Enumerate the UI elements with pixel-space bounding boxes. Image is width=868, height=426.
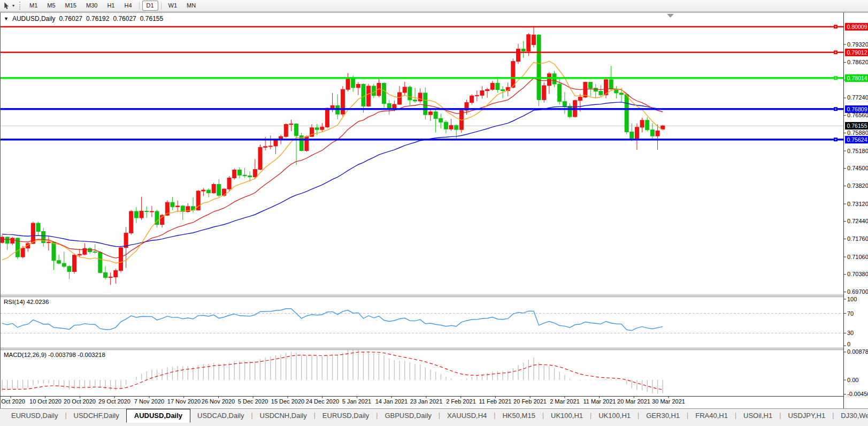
candle-bear bbox=[594, 88, 597, 92]
candle-bull bbox=[640, 120, 644, 127]
candle-bull bbox=[119, 248, 122, 271]
ohlc-low: 0.76027 bbox=[113, 15, 136, 22]
candle-bear bbox=[217, 185, 221, 196]
chart-shift-icon[interactable] bbox=[667, 14, 674, 18]
chart-tab-usdchf-daily[interactable]: USDCHF,Daily bbox=[67, 409, 126, 423]
candle-bull bbox=[150, 211, 153, 212]
candle-bear bbox=[589, 82, 593, 88]
candle-bear bbox=[67, 267, 71, 272]
candle-bear bbox=[537, 35, 541, 100]
ma-slow-line bbox=[2, 102, 663, 247]
candle-bull bbox=[656, 131, 659, 136]
date-axis-label: 5 Jan 2021 bbox=[342, 398, 371, 405]
date-axis-label: 15 Dec 2020 bbox=[271, 398, 304, 405]
price-axis-tick-label: 0.71060 bbox=[847, 254, 868, 260]
price-axis-tick-label: 0.71760 bbox=[847, 235, 868, 242]
candle-bear bbox=[295, 124, 298, 136]
price-axis-tick-label: 0.75880 bbox=[847, 130, 868, 136]
current-price-tag: 0.76155 bbox=[845, 122, 868, 130]
price-axis-tick-label: 0.70380 bbox=[847, 271, 868, 277]
rsi-line bbox=[2, 309, 663, 331]
candle-bull bbox=[527, 35, 531, 51]
chart-tab-eurusd-daily[interactable]: EURUSD,Daily bbox=[4, 409, 65, 423]
date-axis-label: 2 Feb 2021 bbox=[446, 398, 476, 405]
chart-tab-usdcnh-daily[interactable]: USDCNH,Daily bbox=[253, 409, 314, 423]
candle-bear bbox=[171, 202, 174, 207]
candle-bull bbox=[114, 271, 118, 277]
candle-bull bbox=[517, 49, 520, 62]
candle-bear bbox=[568, 106, 572, 117]
date-axis-label: 1 Oct 2020 bbox=[0, 398, 25, 405]
rsi-axis-tick-label: 30 bbox=[847, 330, 854, 336]
candle-bear bbox=[434, 112, 437, 118]
chart-tabs: EURUSD,Daily|USDCHF,DailyAUDUSD,DailyUSD… bbox=[4, 409, 868, 423]
candle-bull bbox=[320, 127, 324, 130]
price-chart[interactable] bbox=[0, 0, 868, 426]
candle-bull bbox=[268, 146, 272, 147]
line-handle-dot bbox=[835, 139, 836, 140]
date-axis-label: 23 Jan 2021 bbox=[410, 398, 443, 405]
price-axis-tick-label: 0.78620 bbox=[847, 59, 868, 65]
candle-bear bbox=[104, 272, 107, 277]
date-axis-label: 20 Feb 2021 bbox=[513, 398, 547, 405]
candles-layer bbox=[1, 27, 665, 285]
macd-axis-tick-label: 0.00 bbox=[847, 377, 858, 383]
macd-indicator-label: MACD(12,26,9) -0.003798 -0.003218 bbox=[4, 352, 105, 358]
candle-bull bbox=[449, 125, 453, 129]
chart-tab-eurusd-daily[interactable]: EURUSD,Daily bbox=[316, 409, 376, 423]
candle-bull bbox=[21, 248, 25, 257]
candle-bull bbox=[258, 147, 262, 169]
date-axis-label: 30 Mar 2021 bbox=[652, 398, 685, 405]
date-axis-label: 10 Oct 2020 bbox=[29, 398, 62, 405]
chart-tab-audusd-daily[interactable]: AUDUSD,Daily bbox=[126, 409, 190, 423]
chart-tab-fra40-h1[interactable]: FRA40,H1 bbox=[688, 409, 735, 423]
chart-tab-usdcad-daily[interactable]: USDCAD,Daily bbox=[190, 409, 251, 423]
rsi-axis-tick-label: 70 bbox=[847, 310, 854, 317]
candle-bull bbox=[331, 105, 334, 108]
candle-bull bbox=[403, 87, 406, 93]
candle-bull bbox=[222, 189, 226, 195]
ma-fast-line bbox=[2, 62, 663, 263]
chart-tab-xauusd-h4[interactable]: XAUUSD,H4 bbox=[440, 409, 494, 423]
candle-bear bbox=[455, 125, 458, 130]
date-axis-label: 11 Feb 2021 bbox=[479, 398, 512, 405]
chart-tab-usdjpy-h1[interactable]: USDJPY,H1 bbox=[781, 409, 832, 423]
chart-symbol: AUDUSD,Daily bbox=[12, 15, 56, 22]
price-axis-tick-label: 0.72440 bbox=[847, 218, 868, 224]
candle-bear bbox=[57, 261, 61, 263]
candle-bear bbox=[563, 102, 566, 107]
candle-bear bbox=[646, 120, 649, 130]
candle-bull bbox=[1, 237, 4, 242]
candle-bear bbox=[207, 190, 211, 193]
main-pane[interactable] bbox=[0, 27, 843, 285]
date-axis-label: 7 Nov 2020 bbox=[134, 398, 164, 405]
chart-tab-gbpusd-daily[interactable]: GBPUSD,Daily bbox=[378, 409, 438, 423]
candle-bear bbox=[98, 252, 102, 272]
candle-bull bbox=[129, 211, 133, 233]
price-axis-tick-label: 0.73120 bbox=[847, 201, 868, 207]
candle-bull bbox=[274, 140, 278, 146]
candle-bear bbox=[413, 100, 417, 101]
candle-bear bbox=[496, 83, 500, 90]
chart-tab-hk50-m15[interactable]: HK50,M15 bbox=[495, 409, 542, 423]
chart-tab-dj30-weekly[interactable]: DJ30,Weekly bbox=[834, 409, 868, 423]
ohlc-open: 0.76027 bbox=[59, 15, 82, 22]
candle-bull bbox=[428, 112, 432, 115]
chart-tab-usoil-h1[interactable]: USOil,H1 bbox=[736, 409, 779, 423]
candle-bear bbox=[424, 93, 427, 115]
chart-tab-ger30-h1[interactable]: GER30,H1 bbox=[639, 409, 687, 423]
candle-bear bbox=[444, 122, 448, 129]
candle-bull bbox=[233, 170, 236, 178]
candle-bear bbox=[36, 223, 40, 231]
candle-bull bbox=[212, 185, 216, 193]
candle-bull bbox=[264, 147, 267, 147]
candle-bull bbox=[289, 124, 293, 125]
price-axis-tick-label: 0.75180 bbox=[847, 148, 868, 154]
candle-bear bbox=[248, 176, 252, 177]
chart-tab-uk100-h1[interactable]: UK100,H1 bbox=[592, 409, 637, 423]
chart-tab-bar: EURUSD,Daily|USDCHF,DailyAUDUSD,DailyUSD… bbox=[0, 408, 868, 426]
chart-menu-icon[interactable]: ▼ bbox=[4, 16, 9, 21]
chart-tab-uk100-h1[interactable]: UK100,H1 bbox=[544, 409, 590, 423]
rsi-indicator-label: RSI(14) 42.0236 bbox=[4, 299, 49, 305]
rsi-pane[interactable] bbox=[0, 309, 843, 333]
